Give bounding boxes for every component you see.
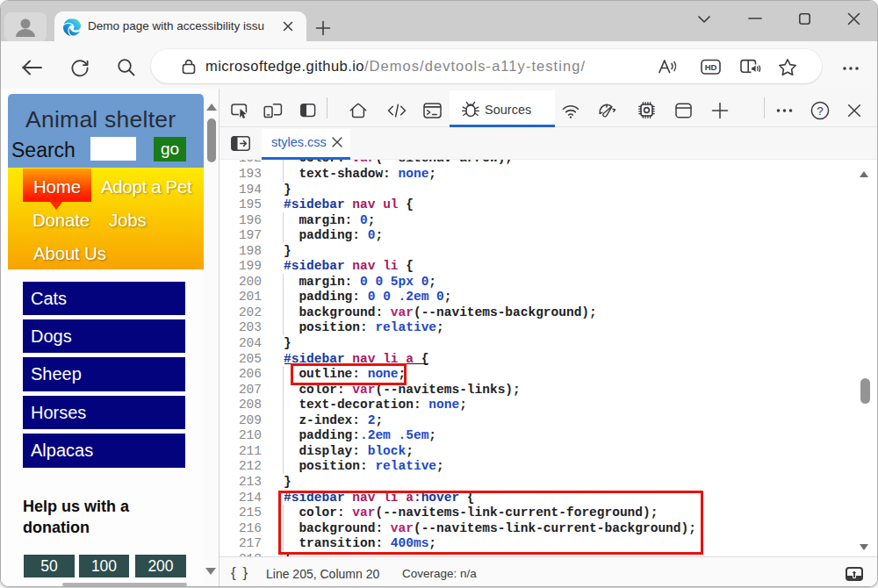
svg-text:?: ? <box>817 104 824 118</box>
svg-text:HD: HD <box>705 62 717 72</box>
